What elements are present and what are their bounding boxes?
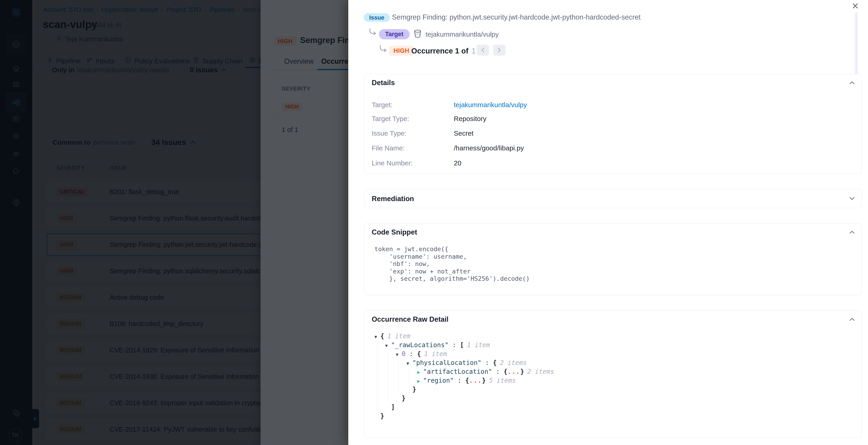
screen: ?TK ▶ Account: STO test›Organization: de… (0, 0, 868, 445)
json-meta: 2 items (527, 368, 554, 375)
json-brace: } (482, 377, 486, 384)
json-tree-row: ] (369, 403, 847, 412)
json-meta: 5 items (489, 377, 516, 384)
json-brace: { (380, 332, 384, 340)
detail-row: Line Number:20 (372, 159, 413, 167)
detail-value: Secret (454, 129, 473, 137)
json-punct: : (492, 368, 503, 375)
json-brace: } (520, 368, 524, 375)
detail-row: Target:tejakummarikuntla/vulpy (372, 101, 393, 109)
json-tree-row: } (369, 412, 847, 420)
return-arrow-icon (368, 27, 378, 38)
occurrence-detail-drawer: Issue Semgrep Finding: python.jwt.securi… (348, 0, 868, 445)
collapse-icon[interactable]: ▼ (396, 350, 402, 359)
json-brace: } (412, 386, 416, 393)
json-key: "region" (423, 377, 454, 384)
json-tree: ▼{1 item▼"_rawLocations" : [1 item▼0 : {… (369, 332, 847, 420)
remediation-card: Remediation (364, 189, 862, 208)
detail-row: File Name:/harness/good/libapi.py (372, 144, 405, 152)
occurrence-label: Occurrence 1 of (411, 47, 468, 55)
next-occurrence-button[interactable] (493, 44, 505, 56)
return-arrow-icon (378, 44, 388, 55)
target-name: tejakummarikuntla/vulpy (426, 30, 499, 38)
collapse-icon[interactable]: ▼ (406, 359, 412, 368)
occurrence-pagination: Occurrence 1 of1 (411, 47, 476, 55)
close-icon[interactable] (850, 1, 860, 11)
json-tree-row: } (369, 385, 847, 394)
details-card: Details Target:tejakummarikuntla/vulpyTa… (364, 74, 862, 174)
json-brace: [ (460, 341, 464, 349)
chevron-up-icon[interactable] (849, 81, 855, 86)
expand-icon[interactable]: ▶ (417, 377, 423, 386)
collapse-icon[interactable]: ▼ (374, 332, 380, 341)
json-brace: } (402, 394, 406, 402)
json-key: "_rawLocations" (391, 341, 448, 349)
json-brace: { (417, 350, 421, 358)
json-dots: ... (507, 368, 520, 375)
detail-row: Issue Type:Secret (372, 129, 406, 137)
json-brace: { (493, 359, 497, 366)
raw-detail-heading: Occurrence Raw Detail (372, 315, 448, 324)
json-dots: ... (469, 377, 482, 384)
json-tree-row: ▼"physicalLocation" : {2 items (369, 358, 847, 367)
expand-icon[interactable]: ▶ (417, 368, 423, 377)
detail-label: Target Type: (372, 115, 409, 122)
json-tree-row: ▼{1 item (369, 332, 847, 340)
details-heading: Details (372, 79, 395, 87)
collapse-icon[interactable]: ▼ (385, 341, 391, 350)
svg-text:❬/❭: ❬/❭ (415, 32, 421, 36)
json-brace: ] (391, 404, 395, 411)
json-punct: : (454, 377, 465, 384)
code-snippet-heading: Code Snippet (372, 228, 417, 236)
detail-value: /harness/good/libapi.py (454, 144, 524, 152)
detail-label: File Name: (372, 144, 405, 152)
json-tree-row: ▶"region" : {...}5 items (369, 376, 847, 385)
scrollbar-thumb[interactable] (855, 12, 858, 81)
json-meta: 2 items (500, 359, 527, 366)
json-brace: { (503, 368, 507, 375)
json-index: 0 (402, 350, 406, 358)
indent-spacer (385, 404, 391, 412)
detail-label: Target: (372, 101, 393, 109)
json-key: "physicalLocation" (412, 359, 481, 366)
json-punct: : (481, 359, 493, 366)
issue-type-badge: Issue (364, 13, 390, 22)
code-snippet-text: token = jwt.encode({ 'username': usernam… (374, 245, 530, 283)
chevron-up-icon[interactable] (849, 231, 855, 235)
detail-value: Repository (454, 115, 486, 123)
detail-value: 20 (454, 159, 461, 167)
code-snippet-card: Code Snippet token = jwt.encode({ 'usern… (364, 224, 862, 295)
occurrence-severity-badge: HIGH (389, 46, 414, 56)
occurrence-title: Semgrep Finding: python.jwt.security.jwt… (392, 13, 838, 21)
indent-spacer (396, 394, 402, 404)
json-punct: : (406, 350, 417, 358)
json-meta: 1 item (388, 332, 410, 340)
detail-label: Issue Type: (372, 129, 406, 137)
chevron-up-icon[interactable] (849, 318, 855, 322)
raw-detail-card: Occurrence Raw Detail ▼{1 item▼"_rawLoca… (364, 310, 862, 438)
chevron-down-icon[interactable] (849, 197, 855, 201)
repository-icon: ❬/❭ (413, 29, 423, 39)
json-punct: : (448, 341, 460, 349)
target-badge: Target (379, 29, 410, 39)
detail-label: Line Number: (372, 159, 413, 167)
indent-spacer (374, 412, 380, 421)
indent-spacer (406, 386, 412, 394)
json-meta: 1 item (467, 341, 490, 349)
detail-value-link[interactable]: tejakummarikuntla/vulpy (454, 101, 527, 109)
json-tree-row: ▶"artifactLocation" : {...}2 items (369, 367, 847, 376)
detail-row: Target Type:Repository (372, 115, 409, 123)
json-tree-row: ▼"_rawLocations" : [1 item (369, 340, 847, 350)
json-key: "artifactLocation" (423, 368, 492, 375)
json-meta: 1 item (424, 350, 447, 358)
prev-occurrence-button[interactable] (477, 44, 489, 56)
json-brace: { (465, 377, 469, 384)
json-brace: } (380, 412, 384, 420)
remediation-heading: Remediation (372, 195, 414, 203)
json-tree-row: } (369, 394, 847, 403)
occurrence-total: 1 (471, 47, 475, 55)
json-tree-row: ▼0 : {1 item (369, 350, 847, 358)
